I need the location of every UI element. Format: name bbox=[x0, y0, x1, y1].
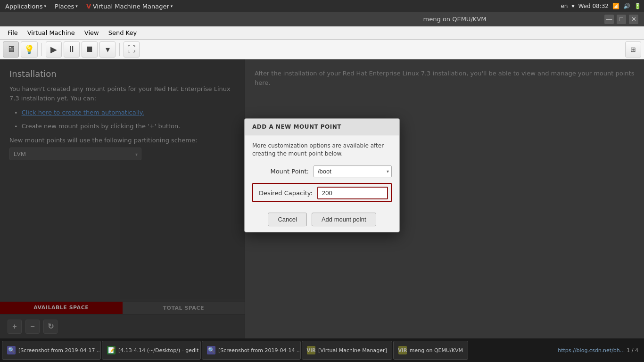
taskbar-item-1[interactable]: 🔍 [Screenshot from 2019-04-17 ... bbox=[2, 341, 101, 360]
taskbar-item-4[interactable]: VIR [Virtual Machine Manager] bbox=[302, 341, 392, 360]
vm-manager-menu[interactable]: V Virtual Machine Manager ▾ bbox=[84, 1, 175, 11]
taskbar-item-3[interactable]: 🔍 [Screenshot from 2019-04-14 ... bbox=[202, 341, 301, 360]
window-titlebar: meng on QEMU/KVM — □ ✕ bbox=[0, 12, 644, 26]
fullscreen-button[interactable]: ⛶ bbox=[124, 41, 140, 58]
dropdown-button[interactable]: ▾ bbox=[99, 41, 116, 58]
system-bar: Applications ▾ Places ▾ V Virtual Machin… bbox=[0, 0, 644, 12]
mount-point-select[interactable]: /boot / /home /var /tmp swap bbox=[314, 165, 392, 177]
taskbar-label-2: [4.13-4.14 (~/Desktop/) - gedit bbox=[118, 347, 198, 354]
taskbar-url: https://blog.csdn.net/bh... bbox=[558, 347, 625, 354]
capacity-highlight-box: Desired Capacity: bbox=[252, 183, 392, 202]
dialog-buttons: Cancel Add mount point bbox=[245, 209, 399, 232]
app-menu-label: Applications bbox=[5, 3, 42, 10]
applications-menu[interactable]: Applications ▾ bbox=[3, 2, 49, 11]
taskbar-page-info: https://blog.csdn.net/bh... 1 / 4 bbox=[558, 347, 642, 354]
lang-indicator[interactable]: en bbox=[561, 3, 568, 9]
wifi-icon: 📶 bbox=[612, 3, 619, 9]
menu-bar: File Virtual Machine View Send Key bbox=[0, 26, 644, 40]
monitor-button[interactable]: 🖥 bbox=[3, 41, 19, 58]
window-controls: — □ ✕ bbox=[604, 15, 638, 24]
taskbar-label-5: meng on QEMU/KVM bbox=[410, 347, 463, 354]
pause-button[interactable]: ⏸ bbox=[64, 41, 80, 58]
taskbar-icon-4: VIR bbox=[307, 346, 315, 354]
arrow-lang: ▾ bbox=[571, 3, 574, 9]
cancel-button[interactable]: Cancel bbox=[268, 213, 306, 226]
page-count: 1 / 4 bbox=[627, 347, 638, 354]
minimize-button[interactable]: — bbox=[604, 15, 614, 24]
virtual-machine-menu[interactable]: Virtual Machine bbox=[24, 28, 79, 38]
dialog-description: More customization options are available… bbox=[252, 142, 392, 158]
toolbar-separator-2 bbox=[119, 43, 120, 56]
system-bar-right: en ▾ Wed 08:32 📶 🔊 🔋 bbox=[561, 3, 641, 9]
add-mount-point-dialog: ADD A NEW MOUNT POINT More customization… bbox=[244, 118, 400, 232]
app-menu-arrow: ▾ bbox=[44, 4, 46, 8]
mount-point-wrapper: /boot / /home /var /tmp swap ▾ bbox=[314, 165, 392, 177]
maximize-button[interactable]: □ bbox=[617, 15, 626, 24]
places-menu-label: Places bbox=[55, 3, 74, 10]
close-button[interactable]: ✕ bbox=[629, 15, 638, 24]
vm-menu-label: Virtual Machine Manager bbox=[93, 3, 169, 10]
taskbar-icon-5: VIR bbox=[398, 346, 407, 354]
taskbar-item-2[interactable]: 📝 [4.13-4.14 (~/Desktop/) - gedit bbox=[102, 341, 201, 360]
vm-icon: V bbox=[86, 2, 91, 10]
places-menu-arrow: ▾ bbox=[75, 4, 78, 8]
view-menu[interactable]: View bbox=[81, 28, 103, 38]
taskbar: 🔍 [Screenshot from 2019-04-17 ... 📝 [4.1… bbox=[0, 338, 644, 362]
toolbar: 🖥 💡 ▶ ⏸ ⏹ ▾ ⛶ ⊞ bbox=[0, 40, 644, 59]
stop-button[interactable]: ⏹ bbox=[82, 41, 98, 58]
capacity-label: Desired Capacity: bbox=[256, 189, 317, 197]
volume-icon: 🔊 bbox=[623, 3, 630, 9]
clock: Wed 08:32 bbox=[578, 3, 609, 9]
mount-point-label: Mount Point: bbox=[252, 168, 314, 175]
dialog-title: ADD A NEW MOUNT POINT bbox=[245, 119, 399, 135]
dialog-body: More customization options are available… bbox=[245, 135, 399, 209]
taskbar-icon-1: 🔍 bbox=[7, 346, 16, 354]
mount-point-field: Mount Point: /boot / /home /var /tmp swa… bbox=[252, 165, 392, 177]
play-button[interactable]: ▶ bbox=[46, 41, 62, 58]
toolbar-separator-1 bbox=[41, 43, 42, 56]
capacity-wrapper bbox=[317, 187, 388, 199]
taskbar-label-4: [Virtual Machine Manager] bbox=[318, 347, 387, 354]
window-title: meng on QEMU/KVM bbox=[305, 16, 604, 23]
file-menu[interactable]: File bbox=[4, 28, 22, 38]
battery-icon: 🔋 bbox=[634, 3, 641, 9]
capacity-input[interactable] bbox=[317, 187, 388, 199]
vm-menu-arrow: ▾ bbox=[171, 4, 173, 8]
taskbar-icon-2: 📝 bbox=[107, 346, 116, 354]
places-menu[interactable]: Places ▾ bbox=[52, 2, 80, 11]
send-key-menu[interactable]: Send Key bbox=[105, 28, 140, 38]
taskbar-item-5[interactable]: VIR meng on QEMU/KVM bbox=[393, 341, 468, 360]
taskbar-label-1: [Screenshot from 2019-04-17 ... bbox=[18, 347, 101, 354]
taskbar-label-3: [Screenshot from 2019-04-14 ... bbox=[218, 347, 301, 354]
resize-button[interactable]: ⊞ bbox=[625, 41, 641, 58]
bulb-button[interactable]: 💡 bbox=[21, 41, 38, 58]
taskbar-icon-3: 🔍 bbox=[207, 346, 215, 354]
add-mount-point-confirm-button[interactable]: Add mount point bbox=[312, 213, 376, 226]
capacity-field: Desired Capacity: bbox=[256, 187, 388, 199]
system-bar-left: Applications ▾ Places ▾ V Virtual Machin… bbox=[3, 1, 175, 11]
